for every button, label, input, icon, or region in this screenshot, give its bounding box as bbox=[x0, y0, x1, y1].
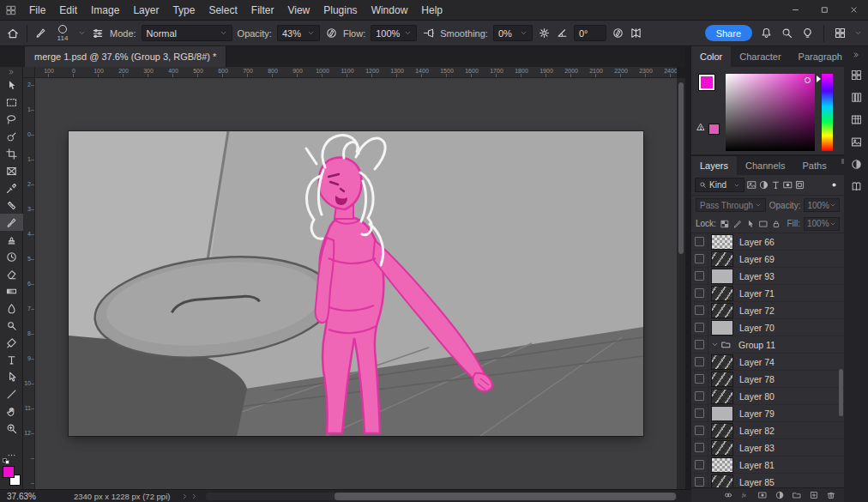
saturation-brightness-field[interactable] bbox=[726, 74, 815, 151]
flow-select[interactable]: 100% bbox=[371, 25, 417, 41]
layer-visibility-toggle[interactable] bbox=[695, 426, 704, 435]
menu-window[interactable]: Window bbox=[365, 0, 415, 21]
blend-mode-select[interactable]: Normal bbox=[142, 25, 232, 41]
layer-visibility-toggle[interactable] bbox=[695, 323, 704, 332]
layer-name[interactable]: Layer 72 bbox=[739, 305, 775, 316]
foreground-background-colors[interactable] bbox=[3, 463, 21, 486]
layer-visibility-toggle[interactable] bbox=[695, 443, 704, 452]
menu-help[interactable]: Help bbox=[414, 0, 449, 21]
filter-type-icon[interactable] bbox=[770, 179, 781, 191]
document-tab[interactable]: merge 1.psd @ 37.6% (Group 3, RGB/8#) * bbox=[25, 46, 226, 67]
layer-thumbnail[interactable] bbox=[712, 235, 732, 249]
chevron-down-icon[interactable] bbox=[78, 29, 86, 37]
vertical-scrollbar[interactable] bbox=[677, 78, 685, 489]
lock-checker-icon[interactable] bbox=[720, 219, 730, 229]
tool-line[interactable] bbox=[0, 385, 23, 402]
tool-lasso[interactable] bbox=[0, 111, 23, 128]
layer-thumbnail[interactable] bbox=[712, 441, 732, 455]
layer-name[interactable]: Layer 79 bbox=[739, 408, 775, 419]
layer-visibility-toggle[interactable] bbox=[695, 374, 704, 384]
tool-type[interactable] bbox=[0, 351, 23, 368]
tool-spot-healing[interactable] bbox=[0, 197, 23, 214]
layer-thumbnail[interactable] bbox=[712, 252, 732, 266]
layers-footer-folder-icon[interactable] bbox=[792, 490, 802, 500]
tool-blur[interactable] bbox=[0, 299, 23, 317]
tool-crop[interactable] bbox=[0, 145, 23, 162]
tool-dodge[interactable] bbox=[0, 317, 23, 334]
menu-image[interactable]: Image bbox=[84, 0, 126, 21]
layer-row[interactable]: Layer 69 bbox=[691, 251, 844, 268]
layer-name[interactable]: Layer 70 bbox=[739, 323, 775, 333]
layer-group-row[interactable]: Group 11 bbox=[691, 336, 844, 354]
layer-name[interactable]: Layer 74 bbox=[739, 357, 775, 367]
tool-move[interactable] bbox=[0, 76, 23, 94]
layer-thumbnail[interactable] bbox=[712, 304, 732, 318]
discover-bulb-icon[interactable] bbox=[801, 27, 814, 39]
layer-name[interactable]: Layer 85 bbox=[739, 477, 775, 487]
close-button[interactable] bbox=[839, 0, 868, 21]
zoom-level[interactable]: 37.63% bbox=[7, 492, 36, 501]
default-colors-icon[interactable] bbox=[3, 458, 10, 464]
layers-footer-trash-icon[interactable] bbox=[826, 490, 836, 500]
maximize-button[interactable] bbox=[810, 0, 839, 21]
panel-table-icon[interactable] bbox=[850, 113, 863, 126]
layer-row[interactable]: Layer 72 bbox=[691, 302, 844, 319]
menu-view[interactable]: View bbox=[280, 0, 316, 21]
layer-name[interactable]: Layer 80 bbox=[739, 391, 775, 402]
tool-brush[interactable] bbox=[0, 214, 23, 231]
foreground-color-swatch[interactable] bbox=[3, 466, 15, 478]
lock-move-icon[interactable] bbox=[745, 219, 756, 229]
filter-mask-icon[interactable] bbox=[782, 179, 793, 191]
tool-quick-selection[interactable] bbox=[0, 128, 23, 145]
brush-tool-icon[interactable] bbox=[34, 27, 47, 39]
layer-row[interactable]: Layer 83 bbox=[691, 439, 844, 457]
lock-screen-icon[interactable] bbox=[758, 219, 769, 229]
layer-name[interactable]: Layer 69 bbox=[739, 254, 775, 264]
panel-grid-icon[interactable] bbox=[850, 69, 863, 82]
filter-toggle-icon[interactable] bbox=[829, 180, 839, 190]
menu-layer[interactable]: Layer bbox=[126, 0, 166, 21]
pressure-opacity-icon[interactable] bbox=[325, 27, 338, 39]
gamut-warning-icon[interactable] bbox=[696, 122, 706, 132]
layer-row[interactable]: Layer 78 bbox=[691, 371, 844, 388]
panel-columns-icon[interactable] bbox=[850, 91, 863, 104]
layers-footer-link-icon[interactable] bbox=[723, 490, 733, 500]
layer-row[interactable]: Layer 79 bbox=[691, 405, 844, 422]
layer-visibility-toggle[interactable] bbox=[695, 288, 704, 298]
layer-row[interactable]: Layer 81 bbox=[691, 457, 844, 474]
foreground-color-swatch[interactable] bbox=[698, 74, 715, 91]
layer-visibility-toggle[interactable] bbox=[695, 408, 704, 418]
symmetry-icon[interactable] bbox=[630, 27, 642, 39]
layer-thumbnail[interactable] bbox=[712, 458, 732, 472]
layer-visibility-toggle[interactable] bbox=[695, 477, 704, 487]
layer-row[interactable]: Layer 93 bbox=[691, 268, 844, 285]
layer-row[interactable]: Layer 70 bbox=[691, 319, 844, 336]
horizontal-scrollbar[interactable] bbox=[206, 493, 677, 500]
smoothing-select[interactable]: 0% bbox=[493, 25, 533, 41]
layer-fill-select[interactable]: 100% bbox=[804, 217, 840, 231]
layer-thumbnail[interactable] bbox=[712, 390, 732, 403]
smoothing-gear-icon[interactable] bbox=[538, 27, 551, 39]
panel-book-icon[interactable] bbox=[850, 180, 863, 193]
layer-visibility-toggle[interactable] bbox=[695, 254, 704, 263]
layers-tab-paths[interactable]: Paths bbox=[794, 156, 835, 175]
layer-visibility-toggle[interactable] bbox=[695, 391, 704, 401]
layer-row[interactable]: Layer 85 bbox=[691, 474, 844, 487]
layer-row[interactable]: Layer 80 bbox=[691, 388, 844, 405]
layer-name[interactable]: Group 11 bbox=[738, 340, 775, 350]
tool-zoom[interactable] bbox=[0, 420, 23, 437]
tool-pen[interactable] bbox=[0, 334, 23, 351]
layer-thumbnail[interactable] bbox=[712, 424, 732, 438]
document-canvas[interactable] bbox=[69, 131, 643, 436]
panel-contrast-icon[interactable] bbox=[850, 158, 863, 171]
layer-thumbnail[interactable] bbox=[712, 475, 732, 488]
layer-visibility-toggle[interactable] bbox=[695, 460, 704, 469]
group-expand-chevron-icon[interactable] bbox=[711, 341, 719, 348]
panel-image-icon[interactable] bbox=[850, 136, 863, 148]
tool-clone-stamp[interactable] bbox=[0, 231, 23, 248]
brush-preset-picker[interactable]: 114 bbox=[52, 25, 73, 42]
layer-thumbnail[interactable] bbox=[712, 269, 732, 283]
tool-eraser[interactable] bbox=[0, 265, 23, 282]
share-button[interactable]: Share bbox=[705, 25, 752, 41]
vertical-scrollbar-thumb[interactable] bbox=[678, 82, 684, 254]
